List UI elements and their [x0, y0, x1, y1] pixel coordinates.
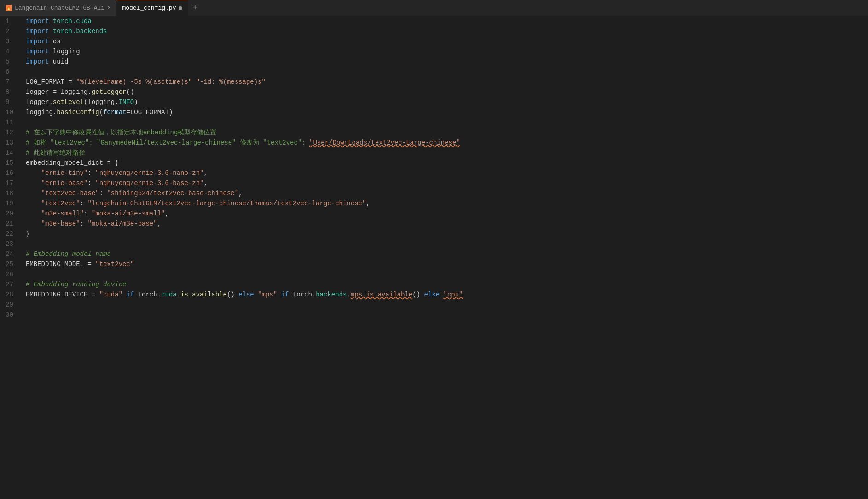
- line-num-24: 24: [6, 249, 13, 259]
- code-line-20: "m3e-small" : "moka-ai/m3e-small" ,: [26, 209, 868, 219]
- line-num-17: 17: [6, 178, 13, 188]
- tab-add-button[interactable]: +: [188, 3, 202, 12]
- line-num-28: 28: [6, 290, 13, 300]
- code-line-19: "text2vec" : "langchain-ChatGLM/text2vec…: [26, 198, 868, 209]
- line-num-8: 8: [6, 87, 9, 97]
- tab-model-config[interactable]: model_config.py: [116, 0, 188, 16]
- line-num-20: 20: [6, 209, 13, 219]
- code-line-5: import uuid: [26, 57, 868, 67]
- line-num-10: 10: [6, 107, 13, 117]
- code-line-21: "m3e-base" : "moka-ai/m3e-base" ,: [26, 219, 868, 229]
- code-line-28: EMBEDDING_DEVICE = "cuda" if torch. cuda…: [26, 290, 868, 300]
- line-num-11: 11: [6, 117, 13, 128]
- code-line-6: [26, 67, 868, 77]
- code-line-27: # Embedding running device: [26, 279, 868, 290]
- code-line-3: import os: [26, 36, 868, 46]
- line-num-1: 1: [6, 16, 9, 26]
- line-num-27: 27: [6, 279, 13, 290]
- code-line-9: logger. setLevel (logging. INFO ): [26, 97, 868, 107]
- code-line-13: # 如将 "text2vec": "GanymedeNil/text2vec-l…: [26, 138, 868, 148]
- line-num-22: 22: [6, 229, 13, 239]
- mod-torch-cuda: torch.cuda: [53, 16, 92, 26]
- code-area[interactable]: import torch.cuda import torch.backends …: [22, 16, 868, 499]
- code-line-12: # 在以下字典中修改属性值，以指定本地embedding模型存储位置: [26, 128, 868, 138]
- code-line-10: logging. basicConfig ( format =LOG_FORMA…: [26, 107, 868, 117]
- code-line-7: LOG_FORMAT = "%(levelname) -5s %(asctime…: [26, 77, 868, 87]
- code-line-25: EMBEDDING_MODEL = "text2vec": [26, 259, 868, 269]
- line-num-7: 7: [6, 77, 9, 87]
- tab-bar: 🔥 Langchain-ChatGLM2-6B-Ali × model_conf…: [0, 0, 868, 16]
- code-line-14: # 此处请写绝对路径: [26, 148, 868, 158]
- line-num-9: 9: [6, 97, 9, 107]
- editor-area: 1 2 3 4 5 6 7 8 9 10 11 12 13 14 15 16 1…: [0, 16, 868, 499]
- kw-import-1: import: [26, 16, 49, 26]
- code-line-22: }: [26, 229, 868, 239]
- code-line-4: import logging: [26, 46, 868, 57]
- tab-label-model-config: model_config.py: [122, 5, 176, 12]
- line-num-18: 18: [6, 188, 13, 198]
- code-line-15: embedding_model_dict = {: [26, 158, 868, 168]
- code-line-18: "text2vec-base" : "shibing624/text2vec-b…: [26, 188, 868, 198]
- mod-torch-backends: torch.backends: [53, 26, 107, 36]
- line-num-2: 2: [6, 26, 9, 36]
- tab-langchain[interactable]: 🔥 Langchain-ChatGLM2-6B-Ali ×: [0, 0, 116, 16]
- code-line-16: "ernie-tiny" : "nghuyong/ernie-3.0-nano-…: [26, 168, 868, 178]
- line-num-21: 21: [6, 219, 13, 229]
- line-num-16: 16: [6, 168, 13, 178]
- line-num-26: 26: [6, 269, 13, 279]
- line-num-4: 4: [6, 46, 9, 57]
- code-line-11: [26, 117, 868, 128]
- line-num-29: 29: [6, 300, 13, 310]
- line-numbers: 1 2 3 4 5 6 7 8 9 10 11 12 13 14 15 16 1…: [0, 16, 22, 499]
- code-line-17: "ernie-base" : "nghuyong/ernie-3.0-base-…: [26, 178, 868, 188]
- line-num-5: 5: [6, 57, 9, 67]
- code-line-23: [26, 239, 868, 249]
- line-num-12: 12: [6, 128, 13, 138]
- line-num-15: 15: [6, 158, 13, 168]
- code-line-26: [26, 269, 868, 279]
- code-line-1: import torch.cuda: [26, 16, 868, 26]
- code-line-29: [26, 300, 868, 310]
- code-line-30: [26, 310, 868, 320]
- line-num-6: 6: [6, 67, 9, 77]
- line-num-13: 13: [6, 138, 13, 148]
- line-num-23: 23: [6, 239, 13, 249]
- code-line-8: logger = logging. getLogger (): [26, 87, 868, 97]
- code-line-24: # Embedding model name: [26, 249, 868, 259]
- tab-close-langchain[interactable]: ×: [107, 4, 111, 12]
- line-num-14: 14: [6, 148, 13, 158]
- line-num-3: 3: [6, 36, 9, 46]
- line-num-19: 19: [6, 198, 13, 209]
- line-num-30: 30: [6, 310, 13, 320]
- tab-dot-model-config: [179, 6, 182, 10]
- tab-label-langchain: Langchain-ChatGLM2-6B-Ali: [15, 5, 104, 12]
- tab-icon-langchain: 🔥: [6, 5, 12, 11]
- line-num-25: 25: [6, 259, 13, 269]
- code-line-2: import torch.backends: [26, 26, 868, 36]
